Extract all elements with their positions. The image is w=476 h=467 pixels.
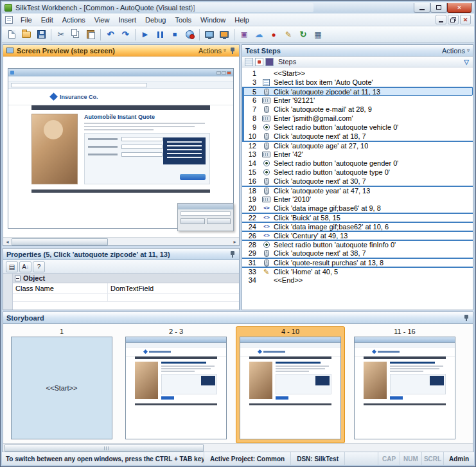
- mdi-restore-button[interactable]: [448, 15, 459, 24]
- pin-icon[interactable]: [463, 314, 470, 322]
- categorized-view-button[interactable]: ▤: [6, 261, 18, 272]
- test-step-row[interactable]: 16Click 'autoquote next' at 30, 7: [242, 177, 473, 186]
- document-icon[interactable]: [5, 16, 13, 24]
- test-step-row[interactable]: 8Enter 'jsmith@gmail.com': [242, 114, 473, 123]
- save-button[interactable]: [34, 28, 48, 42]
- screen-preview-actions-button[interactable]: Actions ▿: [198, 47, 226, 55]
- close-button[interactable]: ✕: [447, 3, 472, 13]
- scroll-left-icon[interactable]: ◂: [3, 239, 12, 245]
- menu-actions[interactable]: Actions: [58, 15, 90, 25]
- copy-button[interactable]: [69, 28, 83, 42]
- results-button[interactable]: ▦: [311, 28, 325, 42]
- mdi-close-button[interactable]: ✕: [460, 15, 471, 24]
- new-button[interactable]: [4, 28, 19, 42]
- scrollbar-thumb[interactable]: [12, 238, 108, 245]
- test-step-row[interactable]: 33✎Click 'Home' at 40, 5: [242, 267, 473, 276]
- refresh-button[interactable]: ↻: [296, 28, 310, 42]
- pause-button[interactable]: [153, 28, 167, 42]
- menu-tools[interactable]: Tools: [170, 15, 196, 25]
- keyboard-icon: [261, 96, 272, 105]
- open-button[interactable]: [19, 28, 33, 42]
- storyboard-scrollbar[interactable]: [3, 443, 473, 452]
- menu-file[interactable]: File: [16, 15, 37, 25]
- test-step-row[interactable]: 13Enter '42': [242, 150, 473, 159]
- test-step-row[interactable]: 9Select radio button 'autoquote vehicle …: [242, 123, 473, 132]
- capture-screen-button[interactable]: [217, 28, 231, 42]
- storyboard-thumbnail[interactable]: 1<<Start>>: [7, 326, 116, 443]
- test-steps-actions-button[interactable]: Actions ▿: [442, 47, 470, 55]
- menu-window[interactable]: Window: [196, 15, 230, 25]
- menu-view[interactable]: View: [90, 15, 114, 25]
- screen-column-icon[interactable]: [255, 58, 263, 66]
- step-text: <<End>>: [274, 276, 303, 285]
- property-value[interactable]: DomTextField: [108, 283, 239, 293]
- test-step-row[interactable]: 26< >Click 'Century' at 49, 13: [242, 231, 473, 240]
- test-step-row[interactable]: 24< >Click 'data image gif;base62' at 10…: [242, 222, 473, 231]
- collapse-icon[interactable]: [15, 276, 21, 281]
- undo-button[interactable]: ↶: [103, 28, 118, 42]
- alphabetical-sort-button[interactable]: A: [19, 261, 31, 272]
- menu-help[interactable]: Help: [230, 15, 254, 25]
- remote-button[interactable]: ☁: [252, 28, 266, 42]
- number-column-icon[interactable]: [245, 58, 253, 66]
- thumb-footer-bar: [364, 403, 446, 405]
- test-step-row[interactable]: 22< >Click 'Buick' at 58, 15: [242, 213, 473, 222]
- snippet-button[interactable]: ▣: [237, 28, 251, 42]
- test-step-row[interactable]: 5Click 'autoquote zipcode' at 11, 13: [242, 87, 473, 96]
- title-bar[interactable]: SilkTest Workbench - [Common - AutoQuote…: [2, 2, 474, 13]
- step-text: Click 'autoquote next' at 30, 7: [274, 177, 366, 186]
- steps-column-label[interactable]: Steps: [278, 58, 296, 66]
- test-step-row[interactable]: 3Select list box item 'Auto Quote': [242, 78, 473, 87]
- redo-button[interactable]: ↷: [118, 28, 132, 42]
- action-column-icon[interactable]: [265, 58, 274, 66]
- stop-button[interactable]: ■: [168, 28, 182, 42]
- screen-preview-canvas[interactable]: Insurance Co. Automobile Instant Quote: [3, 57, 239, 245]
- scroll-right-icon[interactable]: ▸: [231, 239, 239, 245]
- maximize-button[interactable]: [430, 3, 447, 13]
- test-step-row[interactable]: 14Select radio button 'autoquote gender …: [242, 159, 473, 168]
- snippet-icon: ▣: [241, 31, 247, 38]
- menu-debug[interactable]: Debug: [141, 15, 170, 25]
- test-step-row[interactable]: 7Click 'autoquote e-mail' at 28, 9: [242, 105, 473, 114]
- screen-preview-icon: [6, 48, 13, 53]
- storyboard-thumbnail[interactable]: 2 - 3: [121, 326, 231, 443]
- property-row[interactable]: Class NameDomTextField: [13, 283, 239, 294]
- test-step-row[interactable]: 19Enter '2010': [242, 195, 473, 204]
- properties-header[interactable]: Properties (5, Click 'autoquote zipcode'…: [3, 249, 239, 260]
- screen-preview-header[interactable]: Screen Preview (step screen) Actions ▿: [3, 45, 239, 57]
- menu-insert[interactable]: Insert: [114, 15, 141, 25]
- test-steps-header[interactable]: Test Steps Actions ▿: [242, 45, 473, 57]
- property-help-button[interactable]: ?: [33, 261, 45, 272]
- screen-preview-button[interactable]: [202, 28, 216, 42]
- property-group-object[interactable]: Object: [13, 274, 239, 283]
- menu-edit[interactable]: Edit: [37, 15, 58, 25]
- test-step-row[interactable]: 34<<End>>: [242, 276, 473, 285]
- cut-button[interactable]: ✂: [54, 28, 68, 42]
- record-web-button[interactable]: [182, 28, 197, 42]
- preview-horizontal-scrollbar[interactable]: ◂ ▸: [3, 237, 239, 245]
- pin-icon[interactable]: [229, 47, 236, 55]
- annotate-button[interactable]: ✎: [281, 28, 295, 42]
- mdi-minimize-button[interactable]: [436, 15, 446, 24]
- minimize-button[interactable]: [414, 3, 430, 13]
- test-step-row[interactable]: 12Click 'autoquote age' at 27, 10: [242, 141, 473, 150]
- storyboard-header[interactable]: Storyboard: [3, 312, 473, 324]
- pin-icon[interactable]: [229, 251, 236, 258]
- filter-icon[interactable]: ▽: [464, 58, 469, 66]
- test-step-row[interactable]: 15Select radio button 'autoquote type 0': [242, 168, 473, 177]
- test-step-row[interactable]: 29Click 'autoquote next' at 38, 7: [242, 249, 473, 258]
- scrollbar-thumb[interactable]: [4, 445, 204, 452]
- test-step-row[interactable]: 28Select radio button 'autoquote finInfo…: [242, 240, 473, 249]
- test-step-row[interactable]: 18Click 'autoquote year' at 47, 13: [242, 186, 473, 195]
- paste-button[interactable]: [84, 28, 98, 42]
- test-step-row[interactable]: 1<<Start>>: [242, 69, 473, 78]
- playback-button[interactable]: ▶: [138, 28, 152, 42]
- storyboard-thumbnail[interactable]: 11 - 16: [350, 326, 459, 443]
- no-icon: [261, 69, 272, 78]
- test-step-row[interactable]: 20< >Click 'data image gif;base6' at 9, …: [242, 204, 473, 213]
- record-button[interactable]: ●: [267, 28, 281, 42]
- test-step-row[interactable]: 31Click 'quote-result purchas' at 13, 8: [242, 258, 473, 267]
- test-step-row[interactable]: 10Click 'autoquote next' at 18, 7: [242, 132, 473, 141]
- storyboard-thumbnail[interactable]: 4 - 10: [236, 326, 345, 443]
- test-step-row[interactable]: 6Enter '92121': [242, 96, 473, 105]
